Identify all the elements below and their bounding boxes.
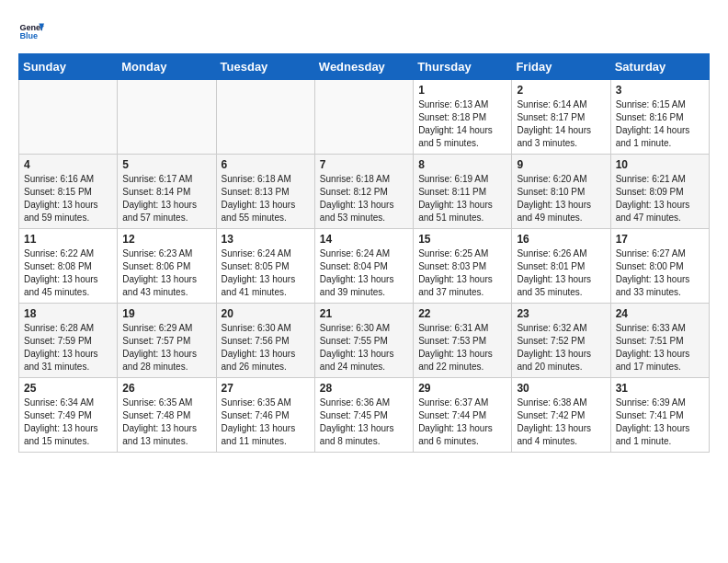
- day-info: Sunrise: 6:14 AM Sunset: 8:17 PM Dayligh…: [517, 98, 605, 150]
- day-info: Sunrise: 6:27 AM Sunset: 8:00 PM Dayligh…: [616, 247, 704, 299]
- day-info: Sunrise: 6:26 AM Sunset: 8:01 PM Dayligh…: [517, 247, 605, 299]
- calendar-cell: 24Sunrise: 6:33 AM Sunset: 7:51 PM Dayli…: [610, 304, 709, 378]
- calendar-header: SundayMondayTuesdayWednesdayThursdayFrid…: [19, 54, 710, 80]
- calendar-cell: 3Sunrise: 6:15 AM Sunset: 8:16 PM Daylig…: [610, 80, 709, 155]
- day-info: Sunrise: 6:38 AM Sunset: 7:42 PM Dayligh…: [517, 396, 605, 448]
- calendar-week: 11Sunrise: 6:22 AM Sunset: 8:08 PM Dayli…: [19, 229, 710, 304]
- day-number: 1: [418, 84, 506, 97]
- day-info: Sunrise: 6:35 AM Sunset: 7:46 PM Dayligh…: [222, 396, 310, 448]
- day-info: Sunrise: 6:22 AM Sunset: 8:08 PM Dayligh…: [24, 247, 112, 299]
- calendar-week: 25Sunrise: 6:34 AM Sunset: 7:49 PM Dayli…: [19, 378, 710, 453]
- day-info: Sunrise: 6:13 AM Sunset: 8:18 PM Dayligh…: [418, 98, 506, 150]
- calendar-cell: 16Sunrise: 6:26 AM Sunset: 8:01 PM Dayli…: [512, 229, 610, 304]
- day-number: 25: [24, 382, 112, 395]
- day-info: Sunrise: 6:24 AM Sunset: 8:05 PM Dayligh…: [222, 247, 310, 299]
- header: General Blue: [18, 18, 710, 44]
- calendar-cell: [19, 80, 118, 155]
- day-info: Sunrise: 6:30 AM Sunset: 7:55 PM Dayligh…: [320, 322, 408, 373]
- day-info: Sunrise: 6:29 AM Sunset: 7:57 PM Dayligh…: [122, 322, 210, 373]
- calendar-cell: 2Sunrise: 6:14 AM Sunset: 8:17 PM Daylig…: [512, 80, 610, 155]
- calendar-cell: [216, 80, 314, 155]
- calendar-week: 4Sunrise: 6:16 AM Sunset: 8:15 PM Daylig…: [19, 155, 710, 229]
- day-number: 13: [222, 233, 310, 246]
- day-info: Sunrise: 6:31 AM Sunset: 7:53 PM Dayligh…: [418, 322, 506, 373]
- calendar-cell: 29Sunrise: 6:37 AM Sunset: 7:44 PM Dayli…: [414, 378, 512, 453]
- calendar-cell: 18Sunrise: 6:28 AM Sunset: 7:59 PM Dayli…: [19, 304, 118, 378]
- day-number: 30: [517, 382, 605, 395]
- day-number: 17: [616, 233, 704, 246]
- day-info: Sunrise: 6:39 AM Sunset: 7:41 PM Dayligh…: [616, 396, 704, 448]
- day-info: Sunrise: 6:35 AM Sunset: 7:48 PM Dayligh…: [122, 396, 210, 448]
- calendar-cell: 22Sunrise: 6:31 AM Sunset: 7:53 PM Dayli…: [414, 304, 512, 378]
- day-info: Sunrise: 6:25 AM Sunset: 8:03 PM Dayligh…: [418, 247, 506, 299]
- day-number: 26: [122, 382, 210, 395]
- logo-icon: General Blue: [18, 18, 44, 44]
- calendar-cell: 1Sunrise: 6:13 AM Sunset: 8:18 PM Daylig…: [414, 80, 512, 155]
- day-number: 31: [616, 382, 704, 395]
- day-number: 12: [122, 233, 210, 246]
- calendar-cell: 21Sunrise: 6:30 AM Sunset: 7:55 PM Dayli…: [314, 304, 413, 378]
- weekday-header: Wednesday: [314, 54, 413, 80]
- day-info: Sunrise: 6:17 AM Sunset: 8:14 PM Dayligh…: [122, 173, 210, 224]
- day-info: Sunrise: 6:33 AM Sunset: 7:51 PM Dayligh…: [616, 322, 704, 373]
- weekday-header: Tuesday: [216, 54, 314, 80]
- day-number: 21: [320, 307, 408, 320]
- weekday-header: Monday: [118, 54, 216, 80]
- calendar-cell: 30Sunrise: 6:38 AM Sunset: 7:42 PM Dayli…: [512, 378, 610, 453]
- day-number: 2: [517, 84, 605, 97]
- calendar-cell: 4Sunrise: 6:16 AM Sunset: 8:15 PM Daylig…: [19, 155, 118, 229]
- calendar-cell: 7Sunrise: 6:18 AM Sunset: 8:12 PM Daylig…: [314, 155, 413, 229]
- day-number: 7: [320, 158, 408, 171]
- day-info: Sunrise: 6:18 AM Sunset: 8:12 PM Dayligh…: [320, 173, 408, 224]
- day-number: 22: [418, 307, 506, 320]
- logo: General Blue: [18, 18, 48, 44]
- calendar-cell: 17Sunrise: 6:27 AM Sunset: 8:00 PM Dayli…: [610, 229, 709, 304]
- calendar-cell: 28Sunrise: 6:36 AM Sunset: 7:45 PM Dayli…: [314, 378, 413, 453]
- day-info: Sunrise: 6:30 AM Sunset: 7:56 PM Dayligh…: [222, 322, 310, 373]
- calendar-cell: [314, 80, 413, 155]
- calendar-cell: 13Sunrise: 6:24 AM Sunset: 8:05 PM Dayli…: [216, 229, 314, 304]
- day-number: 15: [418, 233, 506, 246]
- day-info: Sunrise: 6:21 AM Sunset: 8:09 PM Dayligh…: [616, 173, 704, 224]
- day-info: Sunrise: 6:32 AM Sunset: 7:52 PM Dayligh…: [517, 322, 605, 373]
- day-number: 16: [517, 233, 605, 246]
- calendar-cell: 10Sunrise: 6:21 AM Sunset: 8:09 PM Dayli…: [610, 155, 709, 229]
- day-info: Sunrise: 6:23 AM Sunset: 8:06 PM Dayligh…: [122, 247, 210, 299]
- calendar-cell: 23Sunrise: 6:32 AM Sunset: 7:52 PM Dayli…: [512, 304, 610, 378]
- day-info: Sunrise: 6:15 AM Sunset: 8:16 PM Dayligh…: [616, 98, 704, 150]
- svg-text:Blue: Blue: [19, 31, 38, 40]
- calendar-cell: 6Sunrise: 6:18 AM Sunset: 8:13 PM Daylig…: [216, 155, 314, 229]
- day-info: Sunrise: 6:19 AM Sunset: 8:11 PM Dayligh…: [418, 173, 506, 224]
- calendar-cell: 14Sunrise: 6:24 AM Sunset: 8:04 PM Dayli…: [314, 229, 413, 304]
- day-info: Sunrise: 6:37 AM Sunset: 7:44 PM Dayligh…: [418, 396, 506, 448]
- weekday-header: Sunday: [19, 54, 118, 80]
- day-info: Sunrise: 6:28 AM Sunset: 7:59 PM Dayligh…: [24, 322, 112, 373]
- calendar-cell: 11Sunrise: 6:22 AM Sunset: 8:08 PM Dayli…: [19, 229, 118, 304]
- day-number: 23: [517, 307, 605, 320]
- weekday-header: Saturday: [610, 54, 709, 80]
- calendar-cell: 9Sunrise: 6:20 AM Sunset: 8:10 PM Daylig…: [512, 155, 610, 229]
- day-number: 9: [517, 158, 605, 171]
- day-number: 3: [616, 84, 704, 97]
- day-number: 27: [222, 382, 310, 395]
- calendar-cell: 20Sunrise: 6:30 AM Sunset: 7:56 PM Dayli…: [216, 304, 314, 378]
- day-number: 14: [320, 233, 408, 246]
- calendar-cell: 12Sunrise: 6:23 AM Sunset: 8:06 PM Dayli…: [118, 229, 216, 304]
- day-number: 6: [222, 158, 310, 171]
- weekday-header: Thursday: [414, 54, 512, 80]
- calendar-cell: 26Sunrise: 6:35 AM Sunset: 7:48 PM Dayli…: [118, 378, 216, 453]
- day-number: 18: [24, 307, 112, 320]
- calendar-week: 18Sunrise: 6:28 AM Sunset: 7:59 PM Dayli…: [19, 304, 710, 378]
- day-number: 28: [320, 382, 408, 395]
- day-number: 24: [616, 307, 704, 320]
- calendar-cell: 19Sunrise: 6:29 AM Sunset: 7:57 PM Dayli…: [118, 304, 216, 378]
- day-number: 8: [418, 158, 506, 171]
- calendar-cell: 27Sunrise: 6:35 AM Sunset: 7:46 PM Dayli…: [216, 378, 314, 453]
- day-number: 19: [122, 307, 210, 320]
- calendar-cell: [118, 80, 216, 155]
- day-info: Sunrise: 6:36 AM Sunset: 7:45 PM Dayligh…: [320, 396, 408, 448]
- weekday-header: Friday: [512, 54, 610, 80]
- calendar-cell: 15Sunrise: 6:25 AM Sunset: 8:03 PM Dayli…: [414, 229, 512, 304]
- day-info: Sunrise: 6:18 AM Sunset: 8:13 PM Dayligh…: [222, 173, 310, 224]
- day-number: 20: [222, 307, 310, 320]
